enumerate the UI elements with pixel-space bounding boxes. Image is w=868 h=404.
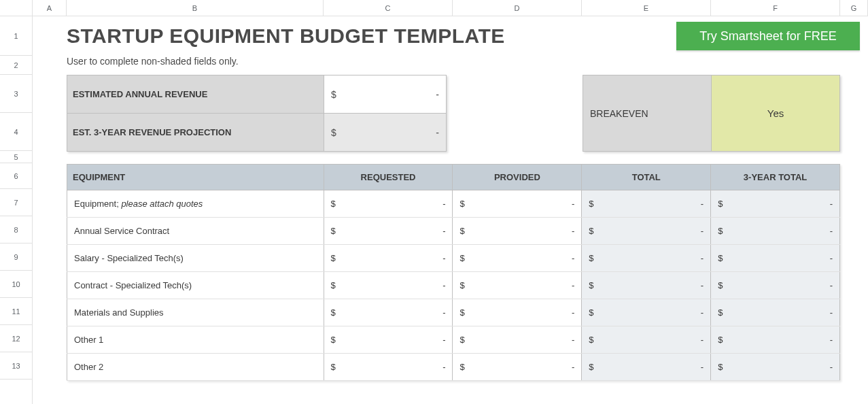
page-title: STARTUP EQUIPMENT BUDGET TEMPLATE xyxy=(67,24,676,48)
row-header[interactable]: 5 xyxy=(0,151,32,163)
total-cell: $- xyxy=(582,299,711,326)
currency-symbol: $ xyxy=(589,226,593,236)
requested-cell[interactable]: $- xyxy=(324,326,453,354)
amount-value: - xyxy=(830,253,833,263)
table-row: Other 2$-$-$-$- xyxy=(67,354,840,381)
estimate-value-cell[interactable]: $ - xyxy=(324,75,447,114)
three-year-total-cell: $- xyxy=(711,218,840,245)
amount-value: - xyxy=(701,335,704,345)
row-header[interactable]: 11 xyxy=(0,298,32,325)
three-year-total-cell: $- xyxy=(711,190,840,218)
currency-symbol: $ xyxy=(589,280,593,290)
three-year-total-cell: $- xyxy=(711,354,840,381)
requested-cell[interactable]: $- xyxy=(324,272,453,299)
requested-cell[interactable]: $- xyxy=(324,299,453,326)
total-cell: $- xyxy=(582,272,711,299)
row-header-gutter: 12345678910111213 xyxy=(0,0,33,404)
amount-value: - xyxy=(442,253,445,263)
table-row: Equipment; please attach quotes$-$-$-$- xyxy=(67,190,840,218)
col-header-g[interactable]: G xyxy=(840,0,868,16)
currency-symbol: $ xyxy=(589,362,593,372)
provided-header[interactable]: PROVIDED xyxy=(453,165,582,190)
amount-value: - xyxy=(572,307,574,318)
equipment-name-cell[interactable]: Other 1 xyxy=(67,326,324,354)
currency-symbol: $ xyxy=(459,362,464,372)
row-header[interactable]: 13 xyxy=(0,352,32,380)
three-year-total-cell: $- xyxy=(711,272,840,299)
equipment-name: Other 1 xyxy=(74,335,103,345)
provided-cell[interactable]: $- xyxy=(453,326,582,354)
equipment-header[interactable]: EQUIPMENT xyxy=(67,165,324,190)
currency-symbol: $ xyxy=(459,307,464,318)
row-header[interactable]: 8 xyxy=(0,216,32,243)
amount-value: - xyxy=(830,307,833,318)
requested-cell[interactable]: $- xyxy=(324,245,453,272)
currency-symbol: $ xyxy=(718,253,723,263)
three-year-total-header[interactable]: 3-YEAR TOTAL xyxy=(711,165,840,190)
total-cell: $- xyxy=(582,218,711,245)
col-header-a[interactable]: A xyxy=(33,0,67,16)
estimate-row[interactable]: EST. 3-YEAR REVENUE PROJECTION $ - xyxy=(67,114,447,152)
amount-value: - xyxy=(830,335,833,345)
equipment-name-cell[interactable]: Equipment; please attach quotes xyxy=(67,190,324,218)
row-header[interactable]: 12 xyxy=(0,325,32,352)
provided-cell[interactable]: $- xyxy=(453,272,582,299)
currency-symbol: $ xyxy=(459,199,464,209)
currency-symbol: $ xyxy=(331,307,336,318)
currency-symbol: $ xyxy=(331,362,336,372)
row-header[interactable]: 4 xyxy=(0,113,32,151)
provided-cell[interactable]: $- xyxy=(453,245,582,272)
equipment-name: Materials and Supplies xyxy=(74,307,164,318)
table-row: Salary - Specialized Tech(s)$-$-$-$- xyxy=(67,245,840,272)
total-header[interactable]: TOTAL xyxy=(582,165,711,190)
col-header-d[interactable]: D xyxy=(453,0,582,16)
provided-cell[interactable]: $- xyxy=(453,190,582,218)
equipment-name-cell[interactable]: Contract - Specialized Tech(s) xyxy=(67,272,324,299)
amount-value: - xyxy=(572,335,574,345)
col-header-f[interactable]: F xyxy=(711,0,840,16)
total-cell: $- xyxy=(582,354,711,381)
estimate-value: - xyxy=(436,89,439,100)
amount-value: - xyxy=(701,199,704,209)
currency-symbol: $ xyxy=(459,280,464,290)
estimate-label: EST. 3-YEAR REVENUE PROJECTION xyxy=(67,114,324,152)
row-header[interactable]: 10 xyxy=(0,271,32,298)
col-header-c[interactable]: C xyxy=(324,0,453,16)
row-header[interactable]: 7 xyxy=(0,189,32,216)
amount-value: - xyxy=(701,280,704,290)
requested-header[interactable]: REQUESTED xyxy=(324,165,453,190)
amount-value: - xyxy=(830,199,833,209)
currency-symbol: $ xyxy=(589,307,593,318)
three-year-total-cell: $- xyxy=(711,245,840,272)
equipment-name-cell[interactable]: Annual Service Contract xyxy=(67,218,324,245)
estimate-value-cell: $ - xyxy=(324,114,447,152)
equipment-name-cell[interactable]: Other 2 xyxy=(67,354,324,381)
row-header[interactable]: 1 xyxy=(0,16,32,56)
provided-cell[interactable]: $- xyxy=(453,218,582,245)
equipment-name-cell[interactable]: Materials and Supplies xyxy=(67,299,324,326)
currency-symbol: $ xyxy=(331,226,336,236)
row-header[interactable]: 9 xyxy=(0,243,32,271)
equipment-name-note: please attach quotes xyxy=(121,199,203,209)
requested-cell[interactable]: $- xyxy=(324,218,453,245)
currency-symbol: $ xyxy=(459,226,464,236)
provided-cell[interactable]: $- xyxy=(453,299,582,326)
currency-symbol: $ xyxy=(459,253,464,263)
equipment-table: EQUIPMENT REQUESTED PROVIDED TOTAL 3-YEA… xyxy=(67,164,840,381)
requested-cell[interactable]: $- xyxy=(324,190,453,218)
equipment-name: Annual Service Contract xyxy=(74,226,169,236)
requested-cell[interactable]: $- xyxy=(324,354,453,381)
try-smartsheet-button[interactable]: Try Smartsheet for FREE xyxy=(676,22,860,50)
currency-symbol: $ xyxy=(718,280,723,290)
col-header-e[interactable]: E xyxy=(582,0,711,16)
amount-value: - xyxy=(572,199,574,209)
equipment-name-cell[interactable]: Salary - Specialized Tech(s) xyxy=(67,245,324,272)
total-cell: $- xyxy=(582,190,711,218)
row-header[interactable]: 2 xyxy=(0,56,32,75)
row-header[interactable]: 6 xyxy=(0,163,32,189)
row-header[interactable]: 3 xyxy=(0,75,32,113)
col-header-b[interactable]: B xyxy=(67,0,324,16)
currency-symbol: $ xyxy=(589,199,593,209)
provided-cell[interactable]: $- xyxy=(453,354,582,381)
estimate-row[interactable]: ESTIMATED ANNUAL REVENUE $ - xyxy=(67,75,447,114)
